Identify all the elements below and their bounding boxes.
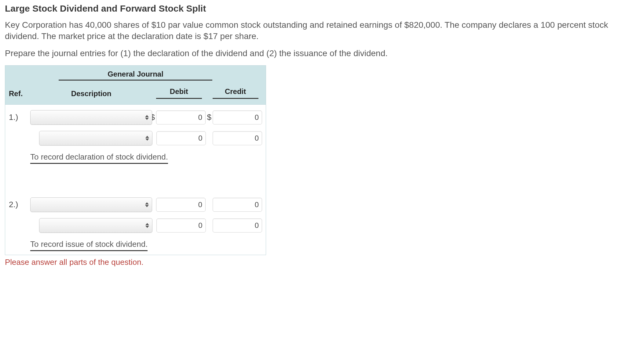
credit-input[interactable] <box>213 198 262 212</box>
error-message: Please answer all parts of the question. <box>5 257 266 268</box>
stepper-icon <box>145 222 150 229</box>
entry-note-row: To record declaration of stock dividend. <box>5 149 266 173</box>
col-header-debit: Debit <box>152 87 206 99</box>
problem-paragraph: Key Corporation has 40,000 shares of $10… <box>5 19 616 42</box>
account-select[interactable] <box>30 110 152 125</box>
credit-input[interactable] <box>213 131 262 145</box>
debit-input[interactable] <box>156 198 206 212</box>
journal-row: $ $ <box>5 215 266 236</box>
entry-note: To record issue of stock dividend. <box>30 239 148 251</box>
account-select[interactable] <box>39 218 152 233</box>
entry-note-row: To record issue of stock dividend. <box>5 236 266 255</box>
page-title: Large Stock Dividend and Forward Stock S… <box>5 2 616 15</box>
account-select[interactable] <box>30 197 152 212</box>
underline-divider <box>156 98 202 99</box>
credit-input[interactable] <box>213 110 262 124</box>
col-header-ref: Ref. <box>9 89 30 99</box>
currency-symbol: $ <box>207 112 213 123</box>
stepper-icon <box>145 201 149 209</box>
col-header-debit-label: Debit <box>170 87 188 96</box>
journal-row: 1.) $ $ <box>5 105 266 128</box>
journal-heading: General Journal <box>59 69 212 81</box>
account-select[interactable] <box>39 131 152 146</box>
column-headers-row: Ref. Description Debit Credit <box>5 82 266 104</box>
col-header-description: Description <box>30 89 152 99</box>
col-header-credit-label: Credit <box>225 87 246 96</box>
ref-label: 2.) <box>9 199 30 210</box>
debit-input[interactable] <box>156 218 206 232</box>
journal-row: 2.) $ $ <box>5 194 266 215</box>
ref-label: 1.) <box>9 112 30 123</box>
underline-divider <box>213 98 258 99</box>
debit-input[interactable] <box>156 131 206 145</box>
journal-row: $ $ <box>5 128 266 149</box>
entry-note: To record declaration of stock dividend. <box>30 152 168 164</box>
stepper-icon <box>145 114 149 121</box>
instruction-text: Prepare the journal entries for (1) the … <box>5 48 616 59</box>
debit-input[interactable] <box>156 110 206 124</box>
stepper-icon <box>145 134 150 142</box>
credit-input[interactable] <box>213 218 262 232</box>
col-header-credit: Credit <box>209 87 262 99</box>
general-journal: General Journal Ref. Description Debit C… <box>5 65 266 255</box>
